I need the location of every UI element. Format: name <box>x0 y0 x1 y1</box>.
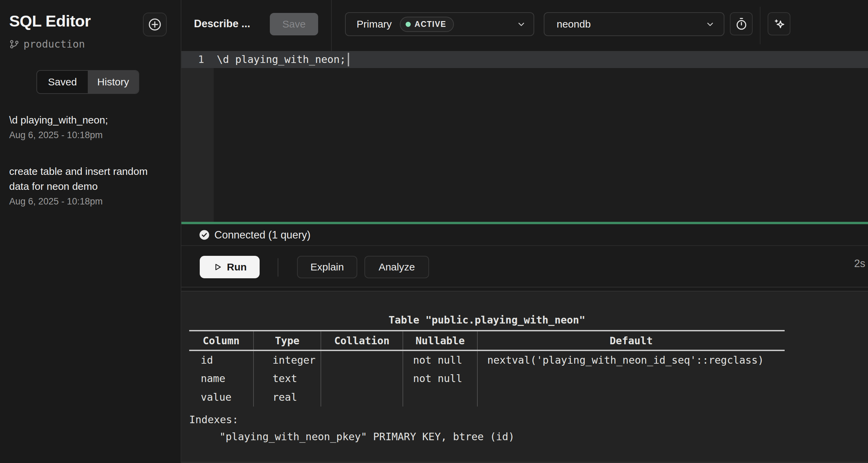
git-branch-icon <box>9 39 19 49</box>
cell <box>321 350 403 369</box>
tab-saved[interactable]: Saved <box>37 71 88 93</box>
results-panel: Table "public.playing_with_neon" Column … <box>181 291 868 463</box>
column-header: Default <box>477 331 785 350</box>
cell <box>477 388 785 407</box>
branch-selector[interactable]: Primary ACTIVE <box>345 12 534 36</box>
column-header: Collation <box>321 331 403 350</box>
toolbar-divider <box>278 258 278 277</box>
column-header: Type <box>253 331 321 350</box>
text-cursor <box>348 53 349 66</box>
code-editor[interactable]: 1 \d playing_with_neon; <box>181 51 868 222</box>
status-badge: ACTIVE <box>400 17 454 32</box>
cell: value <box>189 388 253 407</box>
cell: nextval('playing_with_neon_id_seq'::regc… <box>477 350 785 369</box>
cell: name <box>189 369 253 388</box>
sql-editor-app: SQL Editor production Saved <box>0 0 868 463</box>
page-title: SQL Editor <box>9 12 91 30</box>
ai-assistant-button[interactable] <box>768 12 790 35</box>
check-circle-icon <box>199 230 210 240</box>
code-line: \d playing_with_neon; <box>217 51 346 68</box>
play-icon <box>213 262 222 272</box>
cell <box>321 369 403 388</box>
connection-status-text: Connected (1 query) <box>214 229 311 241</box>
table-row: value real <box>189 388 785 407</box>
run-button-label: Run <box>227 261 247 273</box>
cell: integer <box>253 350 321 369</box>
new-query-button[interactable] <box>143 13 167 36</box>
main-panel: Describe ... Save Primary ACTIVE neondb <box>181 0 868 463</box>
result-table: Column Type Collation Nullable Default i… <box>189 330 785 407</box>
topbar-divider <box>331 0 332 51</box>
topbar-divider <box>760 7 760 44</box>
run-button[interactable]: Run <box>200 256 260 278</box>
column-header: Nullable <box>403 331 477 350</box>
result-header-row: Column Type Collation Nullable Default <box>189 331 785 350</box>
history-item[interactable]: create table and insert random data for … <box>0 164 181 208</box>
explain-button[interactable]: Explain <box>297 256 357 278</box>
history-query-timestamp: Aug 6, 2025 - 10:18pm <box>9 195 172 208</box>
query-toolbar: Run Explain Analyze 2s <box>181 247 868 287</box>
sparkles-icon <box>772 17 786 31</box>
history-item[interactable]: \d playing_with_neon; Aug 6, 2025 - 10:1… <box>0 113 181 142</box>
status-badge-label: ACTIVE <box>414 20 446 29</box>
result-table-title: Table "public.playing_with_neon" <box>189 310 785 330</box>
table-row: name text not null <box>189 369 785 388</box>
analyze-button[interactable]: Analyze <box>364 256 429 278</box>
psql-output: Table "public.playing_with_neon" Column … <box>189 310 785 445</box>
query-title[interactable]: Describe ... <box>194 18 250 30</box>
editor-gutter <box>181 51 214 222</box>
tab-history[interactable]: History <box>88 71 138 93</box>
cell <box>403 388 477 407</box>
cell: id <box>189 350 253 369</box>
history-query-title: create table and insert random data for … <box>9 164 168 194</box>
history-query-title: \d playing_with_neon; <box>9 113 168 128</box>
sidebar: SQL Editor production Saved <box>0 0 181 463</box>
active-dot-icon <box>406 22 411 27</box>
chevron-down-icon <box>705 19 715 29</box>
stopwatch-icon <box>735 17 748 30</box>
column-header: Column <box>189 331 253 350</box>
branch-name: production <box>23 38 85 50</box>
save-button[interactable]: Save <box>270 13 318 35</box>
cell: not null <box>403 350 477 369</box>
branch-label: production <box>9 38 85 50</box>
cell: real <box>253 388 321 407</box>
chevron-down-icon <box>517 19 526 29</box>
index-entry: "playing_with_neon_pkey" PRIMARY KEY, bt… <box>189 428 785 445</box>
connection-accent-divider <box>181 222 868 224</box>
saved-history-toggle: Saved History <box>36 70 139 94</box>
tab-history-label: History <box>97 76 129 88</box>
table-row: id integer not null nextval('playing_wit… <box>189 350 785 369</box>
database-selector[interactable]: neondb <box>544 12 724 36</box>
connection-statusbar: Connected (1 query) <box>181 224 868 246</box>
query-duration: 2s <box>854 258 865 270</box>
cell: not null <box>403 369 477 388</box>
topbar: Describe ... Save Primary ACTIVE neondb <box>181 0 868 51</box>
database-selector-value: neondb <box>557 18 591 30</box>
branch-selector-value: Primary <box>357 18 392 30</box>
query-timer-button[interactable] <box>730 12 753 35</box>
indexes-label: Indexes: <box>189 411 785 428</box>
cell: text <box>253 369 321 388</box>
cell <box>477 369 785 388</box>
cell <box>321 388 403 407</box>
tab-saved-label: Saved <box>48 76 77 88</box>
line-number: 1 <box>181 51 214 68</box>
history-query-timestamp: Aug 6, 2025 - 10:18pm <box>9 128 172 142</box>
plus-circle-icon <box>148 17 162 32</box>
